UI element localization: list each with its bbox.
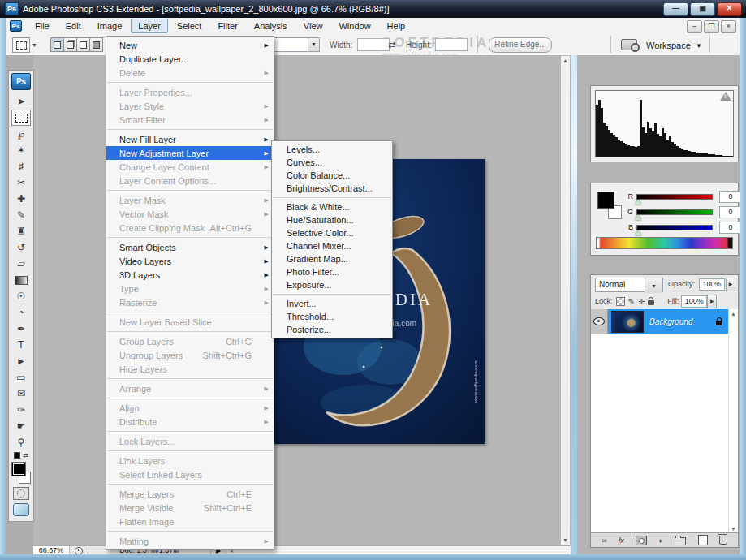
layer-menu-item-3d-layers[interactable]: 3D Layers▶ xyxy=(106,268,274,282)
layer-menu-item-lock-layers[interactable]: Lock Layers... xyxy=(106,434,274,448)
opacity-value[interactable]: 100% xyxy=(699,278,725,291)
magic-wand-tool[interactable]: ✶ xyxy=(11,142,31,158)
dodge-tool[interactable]: ◔ xyxy=(11,304,31,321)
lock-all-icon[interactable] xyxy=(648,300,654,305)
doc-minimize-button[interactable]: – xyxy=(687,20,702,33)
add-to-selection-button[interactable] xyxy=(63,37,77,52)
fill-slider-icon[interactable]: ▶ xyxy=(707,295,717,308)
layer-menu-item-type[interactable]: Type▶ xyxy=(106,282,274,295)
adjustment-item-levels[interactable]: Levels... xyxy=(272,143,392,156)
lasso-tool[interactable]: ℘ xyxy=(11,126,31,142)
rectangle-tool[interactable]: ▭ xyxy=(11,369,31,386)
layer-menu-item-delete[interactable]: Delete▶ xyxy=(106,66,274,80)
menu-filter[interactable]: Filter xyxy=(210,19,244,33)
menu-view[interactable]: View xyxy=(296,19,330,33)
layer-menu-item-smart-filter[interactable]: Smart Filter▶ xyxy=(106,113,274,127)
maximize-button[interactable]: ▣ xyxy=(690,2,715,16)
layers-scroll-up-icon[interactable]: ▲ xyxy=(731,311,736,317)
menu-analysis[interactable]: Analysis xyxy=(247,19,295,33)
layer-menu-item-duplicate-layer[interactable]: Duplicate Layer... xyxy=(106,52,274,66)
blur-tool[interactable]: ☉ xyxy=(11,288,31,304)
eraser-tool[interactable]: ▱ xyxy=(11,256,31,272)
menu-layer[interactable]: Layer xyxy=(131,19,168,33)
layers-scrollbar[interactable]: ▲ ▼ xyxy=(728,309,738,533)
add-layer-mask-icon[interactable] xyxy=(636,536,647,545)
layer-menu-item-video-layers[interactable]: Video Layers▶ xyxy=(106,254,274,268)
subtract-from-selection-button[interactable] xyxy=(76,37,90,52)
channel-value-g[interactable]: 0 xyxy=(719,206,742,218)
adjustment-item-selective-color[interactable]: Selective Color... xyxy=(272,226,392,239)
intersect-selection-button[interactable] xyxy=(89,37,103,52)
adjustment-item-channel-mixer[interactable]: Channel Mixer... xyxy=(272,239,392,252)
layer-menu-item-smart-objects[interactable]: Smart Objects▶ xyxy=(106,240,274,254)
menu-file[interactable]: File xyxy=(28,19,57,33)
layer-menu-item-layer-content-options[interactable]: Layer Content Options... xyxy=(106,174,274,187)
layer-menu-item-link-layers[interactable]: Link Layers xyxy=(106,454,274,467)
layer-menu-item-merge-layers[interactable]: Merge LayersCtrl+E xyxy=(106,487,274,501)
adjustment-item-brightness-contrast[interactable]: Brightness/Contrast... xyxy=(272,182,392,195)
lock-transparency-icon[interactable] xyxy=(616,297,625,306)
channel-value-r[interactable]: 0 xyxy=(719,191,742,203)
layer-menu-item-layer-style[interactable]: Layer Style▶ xyxy=(106,99,274,113)
eye-icon[interactable] xyxy=(593,317,605,325)
screen-mode-button[interactable] xyxy=(13,503,29,516)
slice-tool[interactable]: ✂ xyxy=(11,174,31,191)
slider-thumb-icon[interactable] xyxy=(635,230,641,235)
layers-scroll-down-icon[interactable]: ▼ xyxy=(731,526,736,532)
notes-tool[interactable]: ✉ xyxy=(11,386,31,402)
channel-value-b[interactable]: 0 xyxy=(719,222,742,234)
toolbar-ps-logo[interactable]: Ps xyxy=(11,73,31,90)
panel-foreground-swatch[interactable] xyxy=(597,192,614,209)
new-group-icon[interactable] xyxy=(675,537,686,545)
scroll-down-icon[interactable]: ▼ xyxy=(561,537,570,543)
menu-select[interactable]: Select xyxy=(170,19,209,33)
layer-visibility-cell[interactable] xyxy=(591,309,608,334)
title-bar[interactable]: Ps Adobe Photoshop CS3 Extended - [softp… xyxy=(0,0,746,18)
layer-menu-item-matting[interactable]: Matting▶ xyxy=(106,534,274,548)
menu-edit[interactable]: Edit xyxy=(58,19,88,33)
close-button[interactable]: ✕ xyxy=(717,2,742,16)
channel-slider-g[interactable] xyxy=(636,209,713,215)
rectangular-marquee-tool[interactable] xyxy=(11,110,31,126)
zoom-tool[interactable]: ⚲ xyxy=(11,434,31,450)
quick-mask-button[interactable] xyxy=(13,487,29,500)
new-layer-icon[interactable] xyxy=(698,535,708,545)
workspace-icon[interactable] xyxy=(621,39,637,50)
layer-menu-item-merge-visible[interactable]: Merge VisibleShift+Ctrl+E xyxy=(106,501,274,515)
width-input[interactable] xyxy=(357,38,390,51)
layer-thumbnail[interactable] xyxy=(611,311,644,333)
layer-menu-item-new-layer-based-slice[interactable]: New Layer Based Slice xyxy=(106,315,274,329)
layer-menu-item-new-fill-layer[interactable]: New Fill Layer▶ xyxy=(106,132,274,146)
layer-menu-item-hide-layers[interactable]: Hide Layers xyxy=(106,362,274,376)
layer-menu-item-create-clipping-mask[interactable]: Create Clipping MaskAlt+Ctrl+G xyxy=(106,221,274,235)
doc-close-button[interactable]: × xyxy=(721,20,736,33)
adjustment-item-hue-saturation[interactable]: Hue/Saturation... xyxy=(272,213,392,226)
adjustment-item-posterize[interactable]: Posterize... xyxy=(272,323,392,336)
channel-slider-b[interactable] xyxy=(636,225,713,230)
adjustment-item-photo-filter[interactable]: Photo Filter... xyxy=(272,265,392,278)
layer-menu-item-new-adjustment-layer[interactable]: New Adjustment Layer▶ xyxy=(106,146,274,160)
layer-menu-item-distribute[interactable]: Distribute▶ xyxy=(106,415,274,429)
layer-menu-item-align[interactable]: Align▶ xyxy=(106,401,274,415)
brush-tool[interactable]: ✎ xyxy=(11,207,31,223)
crop-tool[interactable]: ♯ xyxy=(11,158,31,174)
layer-menu-item-ungroup-layers[interactable]: Ungroup LayersShift+Ctrl+G xyxy=(106,348,274,362)
blend-mode-dropdown[interactable]: Normal▼ xyxy=(595,278,663,292)
opacity-slider-icon[interactable]: ▶ xyxy=(726,278,735,291)
minimize-button[interactable]: — xyxy=(663,2,688,16)
default-colors-icon[interactable] xyxy=(14,452,20,459)
tool-preset-picker[interactable] xyxy=(12,37,30,53)
workspace-caret-icon[interactable]: ▼ xyxy=(696,42,702,50)
default-swap-colors[interactable]: ⇄ xyxy=(9,452,33,459)
layer-menu-item-rasterize[interactable]: Rasterize▶ xyxy=(106,295,274,309)
layer-menu-item-layer-mask[interactable]: Layer Mask▶ xyxy=(106,193,274,207)
fill-value[interactable]: 100% xyxy=(681,295,707,308)
foreground-color-swatch[interactable] xyxy=(11,462,26,476)
gradient-tool[interactable] xyxy=(11,272,31,288)
histogram-warning-icon[interactable] xyxy=(720,92,731,101)
layer-row-background[interactable]: Background xyxy=(591,309,729,334)
adjustment-item-color-balance[interactable]: Color Balance... xyxy=(272,169,392,182)
swap-dimensions-icon[interactable]: ⇄ xyxy=(388,40,395,50)
channel-slider-r[interactable] xyxy=(636,194,713,200)
slider-thumb-icon[interactable] xyxy=(635,200,641,205)
